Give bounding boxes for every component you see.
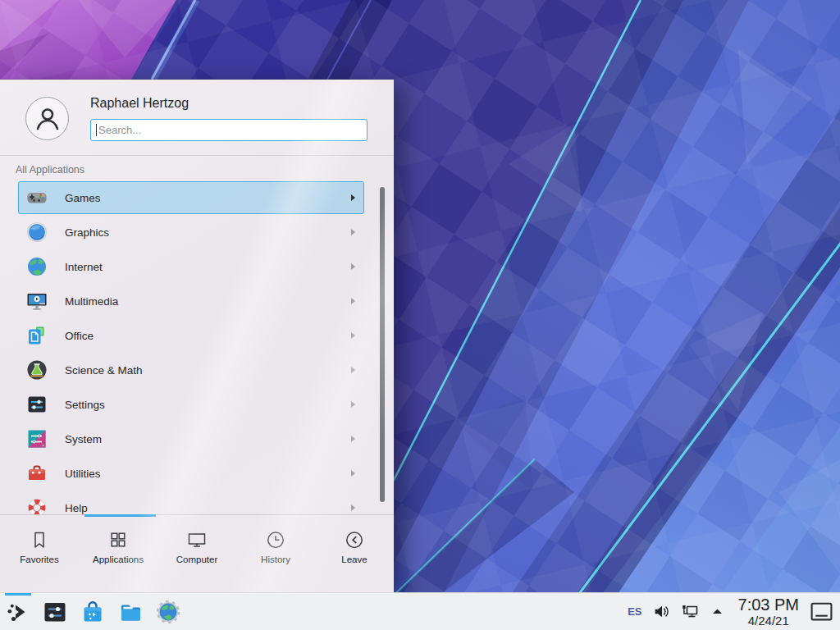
web-browser-icon [155,599,181,625]
tab-favorites[interactable]: Favorites [0,515,79,592]
discover-icon [80,599,106,625]
flask-icon [26,359,48,381]
system-settings-launcher[interactable] [36,593,74,630]
category-label: Science & Math [65,364,143,377]
list-scrollbar[interactable] [380,187,385,502]
category-row-settings[interactable]: Settings [18,388,364,421]
leave-icon [344,529,365,550]
tab-label: Favorites [20,555,58,564]
launcher-header: Raphael Hertzog [0,80,394,156]
active-tab-indicator [84,514,156,517]
category-row-utilities[interactable]: Utilities [18,457,364,490]
submenu-arrow-icon [351,332,355,339]
tab-computer[interactable]: Computer [158,515,236,592]
category-row-help[interactable]: Help [18,491,364,514]
clock-date: 4/24/21 [738,614,799,627]
category-row-games[interactable]: Games [18,181,364,214]
search-input[interactable] [90,119,368,141]
category-row-office[interactable]: Office [18,319,364,352]
discover-launcher[interactable] [74,593,112,630]
text-caret [96,124,97,136]
monitor-play-icon [26,290,48,312]
category-label: Games [65,192,101,204]
user-avatar[interactable] [25,97,69,140]
category-row-internet[interactable]: Internet [18,250,364,283]
submenu-arrow-icon [351,298,355,304]
submenu-arrow-icon [351,504,355,511]
tab-applications[interactable]: Applications [79,515,158,592]
taskbar-panel: ES 7:03 PM 4/24/21 [0,592,840,630]
category-list: Games Graphics [18,181,364,514]
tab-history[interactable]: History [236,515,315,592]
system-sliders-icon [26,428,48,450]
file-manager-icon [117,599,144,625]
submenu-arrow-icon [351,367,355,373]
tab-label: Leave [341,555,367,564]
grid-icon [107,529,129,550]
submenu-arrow-icon [351,229,355,235]
file-manager-launcher[interactable] [112,593,149,630]
volume-icon[interactable] [653,603,670,620]
category-label: Help [65,502,88,514]
submenu-arrow-icon [351,263,355,270]
application-launcher-popup: Raphael Hertzog All Applications Games [0,80,394,592]
gamepad-icon [26,187,48,208]
lifebuoy-icon [26,497,48,514]
computer-icon [186,529,208,550]
sliders-icon [26,394,48,415]
digital-clock[interactable]: 7:03 PM 4/24/21 [738,596,799,627]
desktop: Raphael Hertzog All Applications Games [0,0,840,630]
globe-icon [26,256,48,277]
kde-launcher-icon [5,599,31,625]
tab-label: Computer [176,555,218,564]
category-label: Graphics [65,226,109,239]
search-field-wrap [90,119,368,141]
submenu-arrow-icon [351,401,355,408]
category-label: Internet [65,261,103,273]
app-launcher-button[interactable] [0,593,36,630]
clock-time: 7:03 PM [738,596,799,613]
system-settings-icon [42,599,68,625]
category-row-graphics[interactable]: Graphics [18,216,364,249]
document-icon [26,325,48,346]
category-row-science-math[interactable]: Science & Math [18,354,364,386]
section-label: All Applications [16,164,84,176]
toolbox-icon [26,463,48,484]
category-label: Utilities [65,468,101,480]
category-label: Multimedia [65,295,118,308]
submenu-arrow-icon [351,470,355,477]
category-label: Settings [65,399,105,411]
network-icon[interactable] [681,603,700,620]
category-row-system[interactable]: System [18,422,364,455]
category-row-multimedia[interactable]: Multimedia [18,285,364,317]
launcher-tabbar: Favorites Applications Computer [0,514,394,592]
clock-icon [265,529,286,550]
system-tray: ES 7:03 PM 4/24/21 [628,596,840,627]
keyboard-layout-indicator[interactable]: ES [628,605,641,618]
user-name: Raphael Hertzog [90,96,189,111]
category-label: System [65,433,102,445]
web-browser-launcher[interactable] [149,593,187,630]
active-task-indicator [5,593,31,596]
submenu-arrow-icon [351,194,355,201]
tray-expand-caret-icon[interactable] [710,605,724,619]
sphere-icon [26,221,48,243]
category-label: Office [65,330,94,342]
show-desktop-button[interactable] [810,600,833,623]
user-icon [32,103,63,135]
submenu-arrow-icon [351,436,355,442]
tab-leave[interactable]: Leave [315,515,394,592]
bookmark-icon [29,529,50,550]
tab-label: History [261,555,290,564]
tab-label: Applications [93,555,144,564]
